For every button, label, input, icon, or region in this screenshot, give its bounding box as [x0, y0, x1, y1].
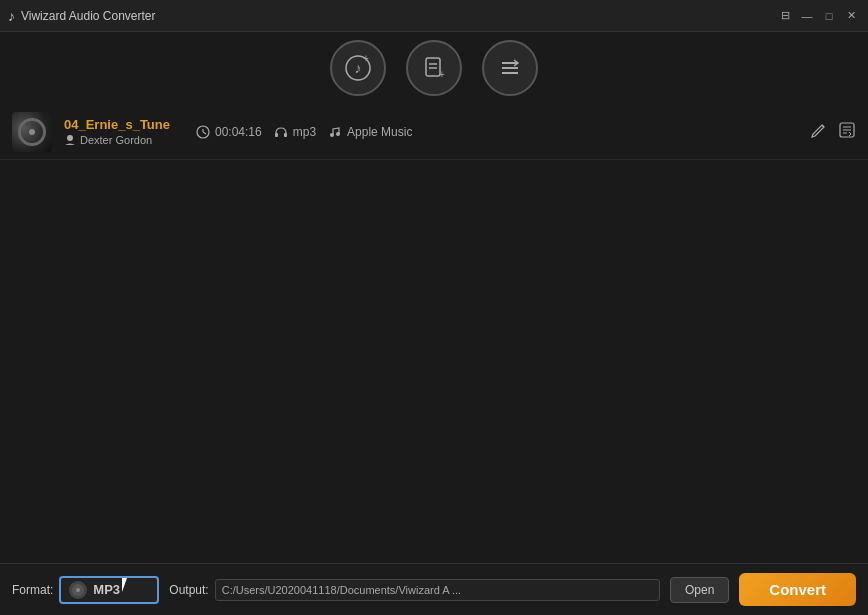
svg-text:♪: ♪ — [355, 60, 362, 76]
output-path: C:/Users/U2020041118/Documents/Viwizard … — [215, 579, 660, 601]
convert-button[interactable]: Convert — [739, 573, 856, 606]
format-label: Format: — [12, 583, 53, 597]
svg-text:+: + — [363, 54, 369, 64]
track-thumbnail-inner — [12, 112, 52, 152]
format-section: Format: MP3 — [12, 576, 159, 604]
track-duration: 00:04:16 — [196, 125, 262, 139]
output-section: Output: C:/Users/U2020041118/Documents/V… — [169, 579, 660, 601]
add-music-button[interactable]: ♪ + — [330, 40, 386, 96]
app-icon: ♪ — [8, 8, 15, 24]
track-thumbnail — [12, 112, 52, 152]
track-source: Apple Music — [328, 125, 412, 139]
edit-icon[interactable] — [810, 121, 828, 143]
music-note-icon — [328, 125, 342, 139]
artist-icon — [64, 134, 76, 146]
menu-button[interactable] — [482, 40, 538, 96]
track-artist: Dexter Gordon — [64, 134, 184, 146]
track-info: 04_Ernie_s_Tune Dexter Gordon — [64, 117, 184, 146]
format-value: MP3 — [93, 582, 120, 597]
track-actions — [810, 121, 856, 143]
bottom-bar: Format: MP3 Output: C:/Users/U2020041118… — [0, 563, 868, 615]
maximize-button[interactable]: □ — [820, 7, 838, 25]
svg-rect-14 — [275, 133, 278, 137]
track-row: 04_Ernie_s_Tune Dexter Gordon 00:04:16 — [0, 104, 868, 160]
open-button[interactable]: Open — [670, 577, 729, 603]
track-format: mp3 — [274, 125, 316, 139]
format-icon — [69, 581, 87, 599]
add-file-button[interactable]: + — [406, 40, 462, 96]
svg-rect-3 — [426, 58, 440, 76]
toolbar: ♪ + + — [0, 32, 868, 104]
minimize-button[interactable]: — — [798, 7, 816, 25]
svg-point-24 — [76, 588, 80, 592]
main-content: 04_Ernie_s_Tune Dexter Gordon 00:04:16 — [0, 104, 868, 563]
headphone-icon — [274, 125, 288, 139]
content-area — [0, 160, 868, 563]
track-title: 04_Ernie_s_Tune — [64, 117, 184, 132]
svg-point-10 — [67, 135, 73, 141]
svg-line-13 — [203, 132, 206, 134]
app-title: Viwizard Audio Converter — [21, 9, 156, 23]
output-label: Output: — [169, 583, 208, 597]
vinyl-disc — [18, 118, 46, 146]
format-selector[interactable]: MP3 — [59, 576, 159, 604]
svg-line-18 — [822, 125, 824, 127]
window-controls: ⊟ — □ ✕ — [776, 7, 860, 25]
add-music-icon: ♪ + — [344, 54, 372, 82]
close-button[interactable]: ✕ — [842, 7, 860, 25]
svg-rect-15 — [284, 133, 287, 137]
title-bar-left: ♪ Viwizard Audio Converter — [8, 8, 156, 24]
settings-icon[interactable]: ⊟ — [776, 7, 794, 25]
title-bar: ♪ Viwizard Audio Converter ⊟ — □ ✕ — [0, 0, 868, 32]
add-file-icon: + — [420, 54, 448, 82]
svg-text:+: + — [439, 69, 445, 80]
svg-point-17 — [336, 132, 340, 136]
svg-point-16 — [330, 133, 334, 137]
clock-icon — [196, 125, 210, 139]
menu-icon — [496, 54, 524, 82]
tag-edit-icon[interactable] — [838, 121, 856, 143]
